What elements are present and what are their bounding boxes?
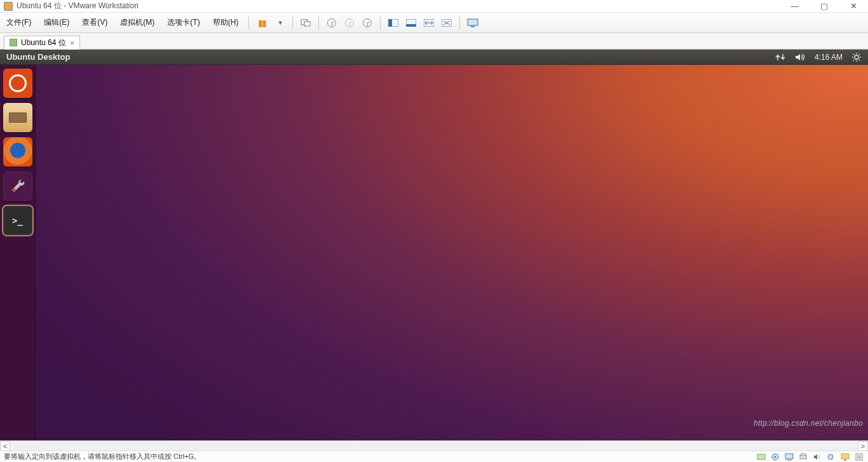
- vm-tab-label: Ubuntu 64 位: [21, 37, 66, 48]
- svg-point-19: [12, 189, 15, 192]
- svg-point-27: [828, 454, 833, 459]
- ubuntu-topbar-title: Ubuntu Desktop: [6, 52, 70, 62]
- snapshot-revert-button[interactable]: [342, 16, 356, 30]
- status-hint: 要将输入定向到该虚拟机，请将鼠标指针移入其中或按 Ctrl+G。: [4, 452, 201, 461]
- window-icon: [406, 19, 416, 27]
- view-unity-button[interactable]: [386, 16, 400, 30]
- vm-tabstrip: Ubuntu 64 位 ×: [0, 33, 868, 50]
- device-harddisk-icon[interactable]: [756, 452, 766, 461]
- ubuntu-topbar: Ubuntu Desktop 4:16 AM: [0, 50, 868, 65]
- device-cdrom-icon[interactable]: [770, 452, 780, 461]
- svg-line-18: [859, 54, 860, 55]
- window-maximize-button[interactable]: ▢: [810, 0, 839, 13]
- vm-tab-ubuntu[interactable]: Ubuntu 64 位 ×: [4, 36, 80, 50]
- svg-line-17: [853, 59, 855, 60]
- toolbar-separator: [459, 16, 460, 30]
- window-title: Ubuntu 64 位 - VMware Workstation: [17, 1, 139, 11]
- toolbar-separator: [318, 16, 319, 30]
- sound-indicator[interactable]: [794, 53, 806, 62]
- launcher-dash[interactable]: [3, 69, 32, 98]
- view-stretch-button[interactable]: [422, 16, 436, 30]
- menu-view[interactable]: 查看(V): [76, 15, 114, 31]
- launcher-terminal[interactable]: [3, 206, 32, 235]
- snapshot-manage-button[interactable]: [360, 16, 374, 30]
- svg-rect-8: [468, 19, 478, 25]
- vm-display[interactable]: Ubuntu Desktop 4:16 AM http://blog.csdn.…: [0, 50, 868, 440]
- snapshot-take-button[interactable]: [325, 16, 339, 30]
- svg-rect-5: [406, 24, 416, 27]
- unity-launcher: [0, 65, 36, 440]
- host-horizontal-scrollbar[interactable]: < >: [0, 440, 868, 451]
- window-close-button[interactable]: ✕: [839, 0, 868, 13]
- svg-rect-20: [757, 454, 765, 459]
- menu-bar: 文件(F) 编辑(E) 查看(V) 虚拟机(M) 选项卡(T) 帮助(H) ▮▮…: [0, 13, 868, 33]
- device-usb-icon[interactable]: [826, 452, 836, 461]
- svg-rect-9: [471, 26, 475, 27]
- svg-rect-3: [388, 19, 392, 27]
- menu-edit[interactable]: 编辑(E): [37, 15, 76, 31]
- device-printer-icon[interactable]: [798, 452, 808, 461]
- launcher-settings[interactable]: [3, 172, 32, 201]
- network-indicator[interactable]: [775, 53, 785, 62]
- device-display-icon[interactable]: [840, 452, 850, 461]
- hscroll-right-button[interactable]: >: [858, 441, 868, 451]
- device-sound-icon[interactable]: [812, 452, 822, 461]
- network-updown-icon: [775, 53, 785, 62]
- vm-tab-icon: [10, 39, 17, 46]
- svg-line-16: [859, 59, 860, 60]
- toolbar-separator: [292, 16, 293, 30]
- clock-fwd-icon: [363, 18, 372, 27]
- menu-tabs[interactable]: 选项卡(T): [161, 15, 206, 31]
- toolbar-separator: [380, 16, 381, 30]
- devices-icon: [301, 18, 311, 27]
- expand-icon: [424, 19, 434, 27]
- window-minimize-button[interactable]: —: [780, 0, 810, 13]
- window-titlebar: Ubuntu 64 位 - VMware Workstation — ▢ ✕: [0, 0, 868, 13]
- launcher-files[interactable]: [3, 103, 32, 132]
- svg-rect-1: [304, 22, 310, 26]
- power-menu-dropdown[interactable]: ▼: [273, 16, 287, 30]
- gear-icon: [851, 52, 862, 62]
- ubuntu-desktop-wallpaper[interactable]: [36, 65, 868, 440]
- svg-line-15: [853, 54, 855, 55]
- pause-vm-button[interactable]: ▮▮: [255, 16, 269, 30]
- menu-file[interactable]: 文件(F): [0, 15, 37, 31]
- send-ctrl-alt-del-button[interactable]: [299, 16, 313, 30]
- vm-tab-close-button[interactable]: ×: [70, 39, 75, 47]
- wrench-gear-icon: [9, 177, 27, 195]
- svg-point-10: [855, 55, 858, 59]
- enter-fullscreen-button[interactable]: [466, 16, 480, 30]
- svg-rect-28: [841, 454, 849, 459]
- status-bar: 要将输入定向到该虚拟机，请将鼠标指针移入其中或按 Ctrl+G。: [0, 451, 868, 462]
- device-network-icon[interactable]: [784, 452, 794, 461]
- clock-text: 4:16 AM: [815, 53, 843, 62]
- caret-down-icon: ▼: [278, 20, 283, 26]
- statusbar-options-button[interactable]: [854, 452, 864, 461]
- pause-icon: ▮▮: [258, 18, 266, 28]
- toolbar-separator: [248, 16, 249, 30]
- volume-icon: [794, 53, 806, 62]
- launcher-firefox[interactable]: [3, 137, 32, 166]
- split-pane-icon: [388, 19, 398, 27]
- system-indicator[interactable]: [851, 52, 862, 62]
- vmware-app-icon: [4, 2, 13, 11]
- svg-rect-26: [801, 454, 805, 456]
- hscroll-left-button[interactable]: <: [0, 441, 10, 451]
- menu-vm[interactable]: 虚拟机(M): [114, 15, 161, 31]
- clock-icon: [327, 18, 336, 27]
- clock-indicator[interactable]: 4:16 AM: [815, 53, 843, 62]
- view-autosize-button[interactable]: [440, 16, 454, 30]
- monitor-icon: [467, 18, 478, 27]
- view-console-button[interactable]: [404, 16, 418, 30]
- svg-point-22: [775, 456, 776, 458]
- svg-rect-23: [785, 454, 793, 459]
- menu-help[interactable]: 帮助(H): [207, 15, 245, 31]
- shrink-icon: [442, 19, 452, 27]
- clock-back-icon: [345, 18, 354, 27]
